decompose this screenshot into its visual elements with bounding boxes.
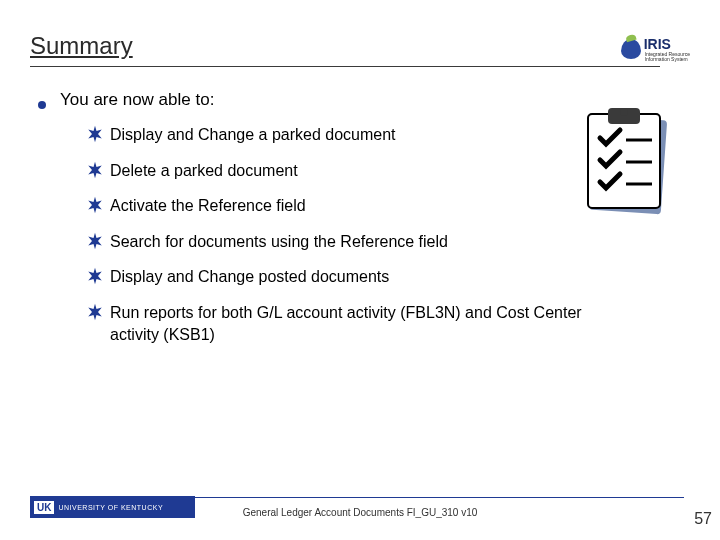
star-icon [86, 267, 104, 285]
svg-marker-1 [88, 161, 102, 178]
clipboard-icon [578, 108, 678, 218]
intro-text: You are now able to: [60, 90, 214, 110]
list-item: Run reports for both G/L account activit… [86, 302, 586, 345]
svg-marker-5 [88, 304, 102, 321]
star-icon [86, 232, 104, 250]
list-item-text: Search for documents using the Reference… [110, 231, 448, 253]
list-item: Display and Change posted documents [86, 266, 586, 288]
list-item-text: Display and Change posted documents [110, 266, 389, 288]
list-item-text: Activate the Reference field [110, 195, 306, 217]
svg-marker-0 [88, 126, 102, 143]
list-item-text: Run reports for both G/L account activit… [110, 302, 586, 345]
svg-marker-2 [88, 197, 102, 214]
bullet-icon [38, 101, 46, 109]
list-item: Display and Change a parked document [86, 124, 586, 146]
iris-logo-text: IRIS [644, 36, 671, 52]
page-number: 57 [694, 510, 712, 528]
iris-logo: IRIS Integrated Resource Information Sys… [621, 36, 690, 62]
list-item-text: Display and Change a parked document [110, 124, 396, 146]
header-divider [30, 66, 660, 67]
list-item: Search for documents using the Reference… [86, 231, 586, 253]
iris-logo-sub2: Information System [645, 57, 690, 62]
page-title: Summary [30, 32, 133, 62]
footer-doc-title: General Ledger Account Documents FI_GU_3… [0, 507, 720, 518]
list-item: Activate the Reference field [86, 195, 586, 217]
iris-icon [621, 39, 641, 59]
star-icon [86, 161, 104, 179]
svg-point-9 [620, 108, 628, 116]
star-icon [86, 125, 104, 143]
svg-marker-3 [88, 233, 102, 250]
star-icon [86, 196, 104, 214]
list-item: Delete a parked document [86, 160, 586, 182]
star-icon [86, 303, 104, 321]
svg-marker-4 [88, 268, 102, 285]
list-item-text: Delete a parked document [110, 160, 298, 182]
